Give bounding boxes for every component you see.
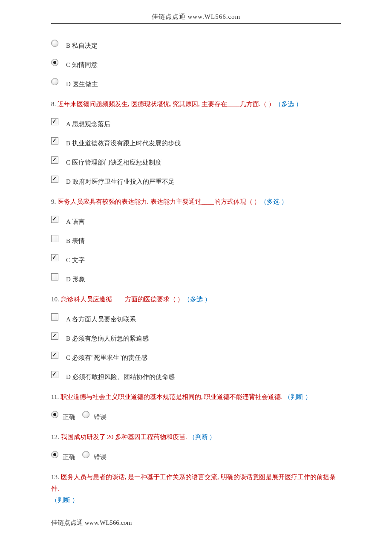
question-number: 10. [51, 296, 61, 303]
question-tag: （判断 ） [284, 393, 311, 400]
radio-icon[interactable] [51, 451, 58, 458]
radio-icon[interactable] [82, 411, 89, 418]
question-text: 我国成功研发了 20 多种基因工程药物和疫苗. [61, 434, 189, 440]
q8-option-a[interactable]: A 思想观念落后 [51, 119, 341, 127]
question-number: 11. [51, 393, 61, 400]
radio-icon[interactable] [82, 451, 89, 458]
question-text: 急诊科人员应遵循____方面的医德要求（ ） [61, 296, 184, 303]
option-label: D 形象 [66, 275, 85, 283]
checkbox-icon [51, 352, 58, 359]
checkbox-icon [51, 176, 58, 183]
false-label: 错误 [94, 453, 107, 461]
q11-options: 正确 错误 [51, 412, 341, 420]
radio-icon [51, 78, 58, 85]
checkbox-icon [51, 216, 58, 223]
q10-option-d[interactable]: D 必须有敢担风险、团结协作的使命感 [51, 372, 341, 380]
radio-icon[interactable] [51, 411, 58, 418]
checkbox-icon [51, 332, 58, 340]
option-label: B 执业道德教育没有跟上时代发展的步伐 [66, 139, 181, 147]
checkbox-icon [51, 254, 58, 261]
q10-option-b[interactable]: B 必须有急病人所急的紧迫感 [51, 334, 341, 342]
option-label: B 表情 [66, 237, 85, 245]
option-label: B 私自决定 [66, 42, 98, 50]
option-label: D 政府对医疗卫生行业投入的严重不足 [66, 178, 175, 186]
page-header: 佳链点点通 www.WL566.com [51, 13, 341, 24]
question-12: 12. 我国成功研发了 20 多种基因工程药物和疫苗. （判断 ） [51, 431, 341, 443]
q12-options: 正确 错误 [51, 452, 341, 460]
question-number: 12. [51, 434, 61, 440]
question-10: 10. 急诊科人员应遵循____方面的医德要求（ ）（多选 ） [51, 294, 341, 305]
question-tag: （判断 ） [189, 434, 216, 440]
q8-option-d[interactable]: D 政府对医疗卫生行业投入的严重不足 [51, 177, 341, 185]
question-number: 9. [51, 198, 58, 205]
page-footer: 佳链点点通 www.WL566.com [51, 519, 341, 527]
option-label: B 必须有急病人所急的紧迫感 [66, 335, 149, 343]
question-text: 医务人员与患者的谈话, 是一种基于工作关系的语言交流, 明确的谈话意图是展开医疗… [51, 474, 336, 492]
question-text: 近年来医德问题频频发生, 医德现状堪忧, 究其原因, 主要存在____几方面.（… [58, 101, 275, 107]
question-text: 职业道德与社会主义职业道德的基本规范是相同的, 职业道德不能违背社会道德. [61, 393, 284, 400]
option-label: C 必须有"死里求生"的责任感 [66, 354, 147, 362]
question-9: 9. 医务人员应具有较强的表达能力. 表达能力主要通过____的方式体现（ ）（… [51, 196, 341, 208]
checkbox-icon [51, 313, 58, 321]
radio-icon [51, 40, 58, 47]
checkbox-icon [51, 137, 58, 145]
checkbox-icon [51, 371, 58, 378]
option-label: D 必须有敢担风险、团结协作的使命感 [66, 373, 175, 381]
option-label: C 文字 [66, 256, 85, 264]
radio-icon [51, 59, 58, 66]
question-tag: （多选 ） [260, 198, 288, 205]
option-label: D 医生做主 [66, 80, 98, 88]
q7-option-d[interactable]: D 医生做主 [51, 79, 341, 87]
question-number: 8. [51, 101, 58, 107]
question-number: 13. [51, 474, 61, 480]
question-11: 11. 职业道德与社会主义职业道德的基本规范是相同的, 职业道德不能违背社会道德… [51, 391, 341, 403]
q9-option-c[interactable]: C 文字 [51, 255, 341, 263]
option-label: C 知情同意 [66, 61, 98, 69]
question-8: 8. 近年来医德问题频频发生, 医德现状堪忧, 究其原因, 主要存在____几方… [51, 98, 341, 110]
q10-option-c[interactable]: C 必须有"死里求生"的责任感 [51, 353, 341, 361]
true-label: 正确 [63, 453, 75, 461]
q7-option-c[interactable]: C 知情同意 [51, 60, 341, 68]
option-label: A 语言 [66, 218, 85, 226]
q8-option-b[interactable]: B 执业道德教育没有跟上时代发展的步伐 [51, 139, 341, 147]
q8-option-c[interactable]: C 医疗管理部门缺乏相应惩处制度 [51, 158, 341, 166]
checkbox-icon [51, 118, 58, 125]
page-container: 佳链点点通 www.WL566.com B 私自决定 C 知情同意 D 医生做主… [0, 0, 392, 544]
q7-option-b[interactable]: B 私自决定 [51, 41, 341, 49]
q9-option-b[interactable]: B 表情 [51, 236, 341, 244]
q10-option-a[interactable]: A 各方面人员要密切联系 [51, 315, 341, 323]
false-label: 错误 [94, 413, 107, 421]
question-text: 医务人员应具有较强的表达能力. 表达能力主要通过____的方式体现（ ） [58, 198, 260, 205]
checkbox-icon [51, 273, 58, 280]
option-label: C 医疗管理部门缺乏相应惩处制度 [66, 159, 161, 167]
question-tag: （判断 ） [51, 497, 78, 503]
question-13: 13. 医务人员与患者的谈话, 是一种基于工作关系的语言交流, 明确的谈话意图是… [51, 471, 341, 506]
option-label: A 各方面人员要密切联系 [66, 315, 136, 324]
q9-option-a[interactable]: A 语言 [51, 217, 341, 225]
checkbox-icon [51, 156, 58, 164]
q9-option-d[interactable]: D 形象 [51, 275, 341, 283]
checkbox-icon [51, 235, 58, 242]
question-tag: （多选 ） [275, 101, 302, 107]
option-label: A 思想观念落后 [66, 120, 110, 128]
true-label: 正确 [63, 413, 75, 421]
question-tag: （多选 ） [184, 296, 211, 303]
